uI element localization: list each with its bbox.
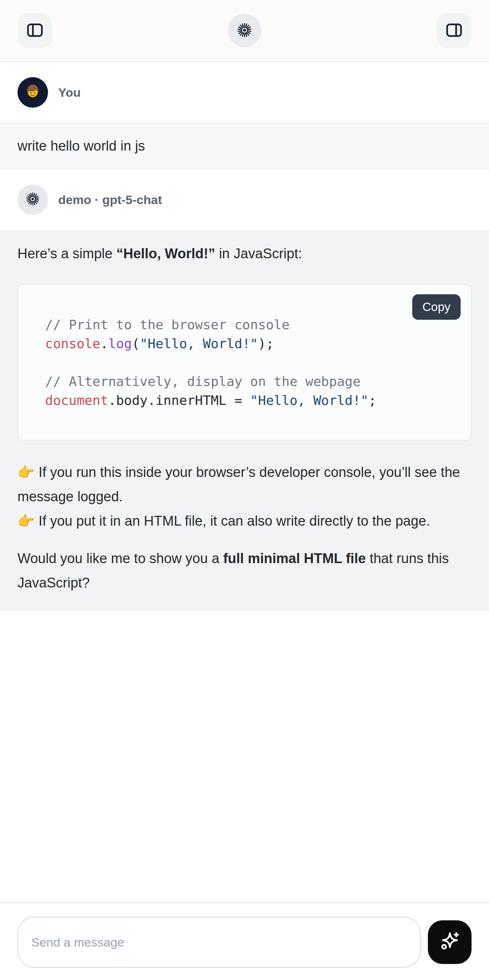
starburst-avatar-icon [25,191,40,208]
code-block: Copy // Print to the browser consolecons… [18,284,471,441]
assistant-notes-paragraph: 👉 If you run this inside your browser’s … [18,460,471,533]
assistant-message-header: demo · gpt-5-chat [0,169,489,230]
message-input[interactable] [18,917,421,967]
send-button[interactable] [428,920,471,964]
copy-code-button[interactable]: Copy [412,294,460,320]
sidebar-toggle-button[interactable] [18,13,53,48]
assistant-sender-label: demo · gpt-5-chat [58,193,162,207]
composer [0,902,489,980]
model-button[interactable] [228,14,261,47]
user-sender-label: You [58,86,81,100]
code-content: // Print to the browser consoleconsole.l… [45,315,456,410]
user-message-text: write hello world in js [18,138,145,154]
assistant-avatar [18,185,48,215]
assistant-question-paragraph: Would you like me to show you a full min… [18,546,471,595]
person-avatar-icon [22,81,43,103]
sidebar-left-icon [25,21,45,41]
sparkle-plus-icon [438,930,462,955]
assistant-message-body: Here’s a simple “Hello, World!” in JavaS… [0,230,489,611]
user-avatar [18,77,48,108]
starburst-icon [236,22,253,40]
panel-toggle-button[interactable] [436,13,471,48]
content-spacer [0,611,489,902]
user-message-header: You [0,62,489,123]
sidebar-right-icon [444,21,464,41]
top-bar [0,0,489,62]
assistant-intro-paragraph: Here’s a simple “Hello, World!” in JavaS… [18,243,471,264]
user-message-body: write hello world in js [0,123,489,169]
